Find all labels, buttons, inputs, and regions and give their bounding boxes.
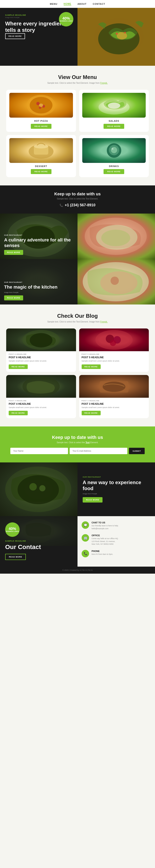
post4-title: POST 4 HEADLINE bbox=[9, 402, 73, 405]
contact-top: 40% BUSINESS LUNCH SAMPLE HEADLINE Our C… bbox=[0, 516, 155, 567]
menu-subtitle: Sample text. Click to select the Text El… bbox=[6, 82, 149, 85]
pizza-name: HOT PIZZA bbox=[9, 120, 73, 122]
chat-icon: 💬 bbox=[82, 521, 89, 529]
pizza-read-more-button[interactable]: READ MORE bbox=[31, 124, 52, 129]
freepik-link[interactable]: Freepik. bbox=[100, 82, 108, 84]
contact-banner-phone-row: 📞 +1 (234) 567-8910 bbox=[6, 203, 149, 207]
feature1-title: A culinary adventure for all the senses bbox=[4, 237, 73, 248]
feature2-img-tag: Image from Freepik bbox=[4, 291, 73, 293]
new-way-read-more-button[interactable]: READ MORE bbox=[83, 497, 102, 502]
phone-title: PHONE bbox=[92, 550, 113, 552]
feature1-read-more-button[interactable]: READ MORE bbox=[4, 250, 23, 255]
post6-text: Sample small text Lorem ipsum dolor sit … bbox=[9, 360, 73, 362]
nav-item-home[interactable]: HOME bbox=[64, 2, 71, 5]
post3-image bbox=[79, 375, 149, 398]
hero-badge: 40% BUSINESS LUNCH bbox=[59, 12, 73, 27]
new-way-food-image bbox=[0, 462, 78, 516]
post6-body: POST 6 HEADLINE POST 6 HEADLINE Sample s… bbox=[6, 351, 76, 372]
post3-read-more-button[interactable]: READ MORE bbox=[82, 411, 101, 415]
post5-body: POST 5 HEADLINE POST 5 HEADLINE Sample s… bbox=[79, 351, 149, 372]
new-way-img-tag: Image from Freepik bbox=[83, 493, 150, 495]
feature-card-culinary: OUR RESTAURANT A culinary adventure for … bbox=[0, 214, 78, 259]
blog-card-post6: POST 6 HEADLINE POST 6 HEADLINE Sample s… bbox=[6, 329, 76, 372]
post4-read-more-button[interactable]: READ MORE bbox=[9, 411, 28, 415]
menu-card-pizza: HOT PIZZA READ MORE bbox=[6, 90, 76, 132]
contact-item-phone: 📞 PHONE Mon-Fri from 8am to 5pm. bbox=[82, 550, 151, 557]
feature2-title: The magic of the kitchen bbox=[4, 284, 73, 290]
newsletter-name-input[interactable] bbox=[10, 448, 68, 454]
contact-phone-icon: 📞 bbox=[82, 550, 89, 557]
salads-read-more-button[interactable]: READ MORE bbox=[103, 124, 124, 129]
post6-title: POST 6 HEADLINE bbox=[9, 356, 73, 359]
svg-point-40 bbox=[29, 483, 37, 491]
blog-section: Check Our Blog Sample text. Click to sel… bbox=[0, 305, 155, 427]
badge-percent: 40% bbox=[62, 17, 70, 20]
post6-tag: POST 6 HEADLINE bbox=[9, 353, 73, 355]
blog-title: Check Our Blog bbox=[6, 313, 149, 319]
contact-banner-subtitle: Sample text. Click to select the Text El… bbox=[6, 197, 149, 200]
svg-point-10 bbox=[39, 103, 43, 107]
svg-point-4 bbox=[124, 32, 126, 33]
newsletter-subtitle: Sample text. Click to select the Text El… bbox=[10, 441, 145, 444]
post6-read-more-button[interactable]: READ MORE bbox=[9, 365, 28, 369]
new-way-right: OUR RESTAURANT A new way to experience f… bbox=[78, 462, 155, 516]
chat-title: CHAT TO US bbox=[92, 521, 119, 524]
post3-text: Sample small text Lorem ipsum dolor sit … bbox=[82, 406, 147, 409]
feature-card-kitchen-image bbox=[78, 259, 155, 305]
newsletter-email-input[interactable] bbox=[70, 448, 127, 454]
chat-text: Our friendly team is here to help.hello@… bbox=[92, 524, 119, 530]
new-way-tag: OUR RESTAURANT bbox=[83, 476, 150, 478]
feature2-read-more-button[interactable]: READ MORE bbox=[4, 296, 23, 300]
feature-card-right-image bbox=[78, 214, 155, 259]
feature2-content: OUR RESTAURANT The magic of the kitchen … bbox=[4, 281, 73, 300]
svg-point-20 bbox=[112, 148, 113, 150]
newsletter-section: Keep up to date with us Sample text. Cli… bbox=[0, 427, 155, 462]
contact-read-more-button[interactable]: READ MORE bbox=[5, 554, 26, 560]
hero-read-more-button[interactable]: READ MORE bbox=[5, 33, 25, 39]
hero-food-image bbox=[78, 8, 155, 66]
dessert-read-more-button[interactable]: READ MORE bbox=[31, 169, 52, 174]
office-content: OFFICE Come say hello at our office HQ.1… bbox=[92, 534, 118, 546]
drinks-read-more-button[interactable]: READ MORE bbox=[103, 169, 124, 174]
hero-left: 40% BUSINESS LUNCH SAMPLE HEADLINE Image… bbox=[0, 8, 78, 66]
nav-item-about[interactable]: ABOUT bbox=[78, 3, 87, 5]
contact-left-content: 40% BUSINESS LUNCH SAMPLE HEADLINE Our C… bbox=[5, 522, 72, 560]
contact-right: 💬 CHAT TO US Our friendly team is here t… bbox=[78, 516, 155, 567]
contact-badge-label: BUSINESS LUNCH bbox=[6, 531, 19, 532]
feature-card-kitchen: OUR RESTAURANT The magic of the kitchen … bbox=[0, 259, 78, 305]
post5-text: Sample small text Lorem ipsum dolor sit … bbox=[82, 360, 147, 362]
contact-left: 40% BUSINESS LUNCH SAMPLE HEADLINE Our C… bbox=[0, 516, 78, 567]
newsletter-link[interactable]: Text bbox=[86, 441, 90, 444]
pizza-image bbox=[9, 93, 73, 118]
menu-card-drinks: DRINKS READ MORE bbox=[79, 135, 149, 177]
post5-read-more-button[interactable]: READ MORE bbox=[82, 365, 101, 369]
feature1-content: OUR RESTAURANT A culinary adventure for … bbox=[4, 234, 73, 255]
blog-freepik-link[interactable]: Freepik. bbox=[100, 321, 108, 323]
chat-content: CHAT TO US Our friendly team is here to … bbox=[92, 521, 119, 530]
menu-section: View Our Menu Sample text. Click to sele… bbox=[0, 66, 155, 185]
blog-subtitle: Sample text. Click to select the Text El… bbox=[6, 320, 149, 323]
new-way-title: A new way to experience food bbox=[83, 479, 150, 492]
feature1-right-image bbox=[78, 214, 155, 259]
post3-title: POST 3 HEADLINE bbox=[82, 402, 147, 405]
svg-point-30 bbox=[30, 333, 53, 347]
footer: © 2023 | Created by Ai | for Ai | for Ai bbox=[0, 567, 155, 574]
svg-point-19 bbox=[111, 147, 117, 153]
phone-number: +1 (234) 567-8910 bbox=[65, 203, 95, 207]
newsletter-submit-button[interactable]: SUBMIT bbox=[129, 448, 145, 454]
nav-item-menu[interactable]: MENU bbox=[50, 3, 57, 5]
office-icon: 🏢 bbox=[82, 534, 89, 541]
blog-card-post5: POST 5 HEADLINE POST 5 HEADLINE Sample s… bbox=[79, 329, 149, 372]
dessert-name: DESSERT bbox=[9, 165, 73, 167]
svg-point-3 bbox=[116, 33, 118, 35]
phone-content: PHONE Mon-Fri from 8am to 5pm. bbox=[92, 550, 113, 556]
post3-tag: POST 3 HEADLINE bbox=[82, 400, 147, 402]
contact-banner: Keep up to date with us Sample text. Cli… bbox=[0, 185, 155, 214]
features-row: OUR RESTAURANT A culinary adventure for … bbox=[0, 214, 155, 259]
nav-item-contact[interactable]: CONTACT bbox=[93, 3, 105, 5]
features-row-2: OUR RESTAURANT The magic of the kitchen … bbox=[0, 259, 155, 305]
svg-point-27 bbox=[100, 271, 137, 294]
contact-banner-title: Keep up to date with us bbox=[6, 192, 149, 196]
svg-point-39 bbox=[18, 475, 59, 504]
post3-body: POST 3 HEADLINE POST 3 HEADLINE Sample s… bbox=[79, 398, 149, 418]
